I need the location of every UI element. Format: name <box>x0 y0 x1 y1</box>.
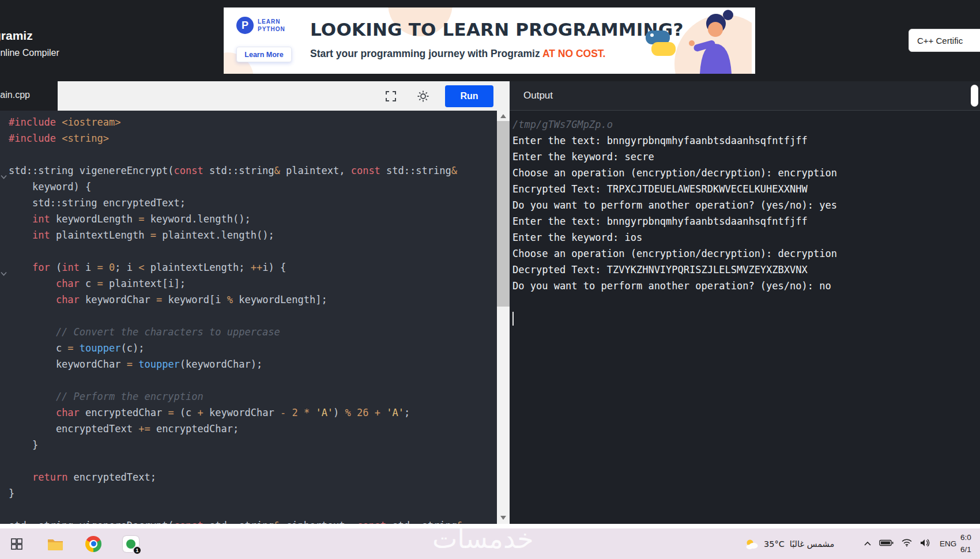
code-line[interactable]: keywordChar = toupper(keywordChar); <box>9 356 497 372</box>
code-editor[interactable]: #include <iostream>#include <string> std… <box>0 111 497 524</box>
output-panel[interactable]: /tmp/gTWs7GMpZp.oEnter the text: bnngyrp… <box>510 111 980 524</box>
learn-more-button[interactable]: Learn More <box>236 47 292 62</box>
banner-illustration <box>636 7 752 74</box>
down-triangle-icon <box>500 516 506 520</box>
logo-subtitle: Online Compiler <box>0 48 59 58</box>
fullscreen-button[interactable] <box>380 86 401 107</box>
notification-app-button[interactable]: 1 <box>123 536 139 552</box>
wifi-button[interactable] <box>901 538 913 549</box>
output-line: Encrypted Text: TRPXCJTDEUELAWESRDKWVECE… <box>512 181 980 197</box>
code-line[interactable] <box>9 453 497 469</box>
code-line[interactable]: // Convert the characters to uppercase <box>9 324 497 340</box>
output-line: Do you want to perform another operation… <box>512 278 980 294</box>
battery-button[interactable] <box>879 539 894 549</box>
output-panel-header: Output <box>510 81 980 111</box>
code-line[interactable]: char c = plaintext[i]; <box>9 275 497 292</box>
editor-scrollbar[interactable] <box>497 111 510 524</box>
banner-subline: Start your programming journey with Prog… <box>310 48 605 60</box>
tray-expand-button[interactable] <box>864 539 872 549</box>
page-scrollbar-thumb[interactable] <box>971 85 978 107</box>
code-line[interactable]: std::string vigenereEncrypt(const std::s… <box>9 163 497 179</box>
code-line[interactable] <box>9 372 497 388</box>
output-cursor <box>512 312 514 326</box>
site-header: Programiz Online Compiler P LEARN PYTHON… <box>0 0 980 81</box>
toolbar-actions: Run <box>58 81 510 111</box>
code-line[interactable]: return encryptedText; <box>9 469 497 485</box>
code-line[interactable]: std::string encryptedText; <box>9 195 497 211</box>
output-lines: /tmp/gTWs7GMpZp.oEnter the text: bnngyrp… <box>510 111 980 310</box>
file-explorer-button[interactable] <box>47 535 64 553</box>
clock-time: 6:0 <box>960 532 971 543</box>
scrollbar-up-arrow[interactable] <box>497 111 510 121</box>
chrome-icon-core <box>91 541 96 546</box>
speaker-icon <box>920 538 930 547</box>
chrome-button[interactable] <box>85 536 101 552</box>
code-line[interactable] <box>9 243 497 259</box>
code-line[interactable] <box>9 308 497 324</box>
promo-banner[interactable]: P LEARN PYTHON Learn More LOOKING TO LEA… <box>224 7 755 74</box>
code-line[interactable]: encryptedText += encryptedChar; <box>9 421 497 437</box>
clock-date: 6/1 <box>960 544 971 556</box>
code-line[interactable]: int plaintextLength = plaintext.length()… <box>9 227 497 243</box>
banner-brand: P LEARN PYTHON <box>236 17 285 34</box>
output-line: Enter the text: bnngyrpbnqmhyfaanbtsdaan… <box>512 213 980 229</box>
code-line[interactable]: } <box>9 437 497 453</box>
banner-headline: LOOKING TO LEARN PROGRAMMING? <box>310 19 684 40</box>
language-indicator[interactable]: ENG <box>940 528 956 559</box>
fullscreen-icon <box>385 90 397 102</box>
code-line[interactable]: int keywordLength = keyword.length(); <box>9 211 497 227</box>
code-line[interactable]: char encryptedChar = (c + keywordChar - … <box>9 405 497 421</box>
output-line: Decrypted Text: TZVYKZHNVIYPQRISZJLELSMV… <box>512 262 980 278</box>
chevron-up-icon <box>864 541 872 547</box>
code-line[interactable]: // Perform the encryption <box>9 388 497 405</box>
folder-icon <box>47 537 64 551</box>
volume-button[interactable] <box>920 538 930 550</box>
banner-subline-highlight: AT NO COST. <box>542 48 606 59</box>
code-line[interactable] <box>9 501 497 518</box>
code-lines[interactable]: #include <iostream>#include <string> std… <box>0 111 497 524</box>
weather-desc: مشمس غالبًا <box>790 539 834 549</box>
code-line[interactable]: for (int i = 0; i < plaintextLength; ++i… <box>9 259 497 275</box>
windows-icon <box>10 537 24 551</box>
code-line[interactable] <box>9 146 497 163</box>
battery-icon <box>879 539 894 547</box>
theme-toggle-button[interactable] <box>413 86 434 107</box>
output-line: Enter the text: bnngyrpbnqmhyfaanbtsdaan… <box>512 133 980 149</box>
tab-main-cpp[interactable]: main.cpp <box>0 81 58 111</box>
code-line[interactable]: c = toupper(c); <box>9 340 497 356</box>
fold-arrow-icon[interactable] <box>1 168 7 173</box>
cpp-certification-button[interactable]: C++ Certific <box>909 29 980 52</box>
output-line <box>512 294 980 310</box>
code-line[interactable]: char keywordChar = keyword[i % keywordLe… <box>9 292 497 308</box>
output-line: Enter the keyword: secre <box>512 149 980 165</box>
notification-badge: 1 <box>133 546 142 555</box>
taskbar-clock[interactable]: 6:0 6/1 <box>960 528 971 559</box>
weather-temp: 35°C <box>764 539 785 549</box>
fold-arrow-icon[interactable] <box>1 265 7 270</box>
taskbar-apps: 1 <box>8 528 139 559</box>
weather-widget[interactable]: 35°C مشمس غالبًا <box>745 528 834 559</box>
sun-cloud-icon <box>745 538 759 550</box>
run-button[interactable]: Run <box>445 85 493 107</box>
learn-python-p-icon: P <box>236 17 254 34</box>
code-line[interactable]: std::string vigenereDecrypt(const std::s… <box>9 518 497 524</box>
code-line[interactable]: } <box>9 485 497 501</box>
start-button[interactable] <box>8 535 25 553</box>
output-title: Output <box>523 90 553 101</box>
editor-scrollbar-thumb[interactable] <box>497 121 510 307</box>
python-logo-icon <box>646 31 676 56</box>
sun-icon <box>417 90 429 103</box>
system-tray <box>864 528 930 559</box>
scrollbar-down-arrow[interactable] <box>497 512 510 523</box>
code-line[interactable]: #include <string> <box>9 130 497 146</box>
code-line[interactable]: keyword) { <box>9 179 497 195</box>
output-line: Choose an operation (encryption/decrypti… <box>512 245 980 262</box>
learn-python-brand-text: LEARN PYTHON <box>258 18 285 33</box>
programiz-logo[interactable]: Programiz Online Compiler <box>0 0 138 81</box>
wifi-icon <box>901 538 913 547</box>
logo-title: Programiz <box>0 29 33 43</box>
output-line: Enter the keyword: ios <box>512 229 980 245</box>
code-line[interactable]: #include <iostream> <box>9 114 497 130</box>
output-line: Do you want to perform another operation… <box>512 197 980 213</box>
editor-toolbar: main.cpp Run Output <box>0 81 980 111</box>
